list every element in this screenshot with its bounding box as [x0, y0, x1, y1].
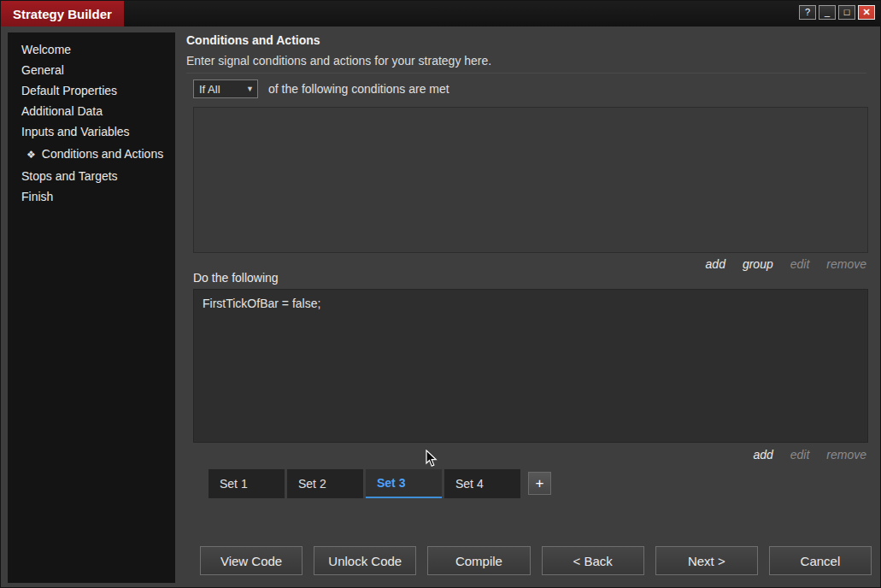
- add-set-button[interactable]: +: [528, 472, 551, 495]
- current-step-icon: ❖: [26, 149, 36, 161]
- page-subtitle: Enter signal conditions and actions for …: [186, 54, 491, 68]
- conditions-match-row: If All ▼ of the following conditions are…: [193, 79, 449, 98]
- help-button[interactable]: ?: [799, 5, 816, 20]
- mouse-cursor: [426, 450, 438, 467]
- footer-button-row: View Code Unlock Code Compile < Back Nex…: [200, 546, 872, 575]
- actions-add-link[interactable]: add: [753, 448, 772, 462]
- header-divider: [186, 73, 866, 74]
- sidebar-item-default-properties[interactable]: Default Properties: [8, 80, 175, 101]
- sidebar-item-stops-and-targets[interactable]: Stops and Targets: [8, 166, 175, 186]
- page-title: Conditions and Actions: [186, 33, 320, 47]
- close-button[interactable]: ✕: [858, 5, 875, 20]
- wizard-steps-sidebar: Welcome General Default Properties Addit…: [8, 32, 175, 583]
- minimize-button[interactable]: _: [819, 5, 836, 20]
- sidebar-item-label: Conditions and Actions: [42, 147, 163, 161]
- cancel-button[interactable]: Cancel: [769, 546, 872, 575]
- titlebar[interactable]: Strategy Builder ? _ □ ✕: [1, 1, 880, 26]
- conditions-edit-link: edit: [790, 257, 810, 271]
- conditions-link-row: add group edit remove: [706, 257, 866, 271]
- sidebar-item-inputs-and-variables[interactable]: Inputs and Variables: [8, 121, 175, 142]
- tab-set-1[interactable]: Set 1: [209, 469, 285, 498]
- sidebar-item-general[interactable]: General: [8, 60, 175, 80]
- sidebar-item-conditions-and-actions[interactable]: ❖Conditions and Actions: [8, 144, 175, 164]
- conditions-add-link[interactable]: add: [706, 257, 725, 271]
- unlock-code-button[interactable]: Unlock Code: [314, 546, 416, 575]
- window-controls: ? _ □ ✕: [799, 5, 875, 20]
- conditions-group-link[interactable]: group: [743, 257, 773, 271]
- sidebar-item-additional-data[interactable]: Additional Data: [8, 101, 175, 121]
- compile-button[interactable]: Compile: [427, 546, 530, 575]
- conditions-remove-link: remove: [826, 257, 866, 271]
- match-mode-select[interactable]: If All: [193, 79, 258, 98]
- actions-edit-link: edit: [790, 448, 810, 462]
- match-caption: of the following conditions are met: [268, 82, 449, 96]
- actions-link-row: add edit remove: [753, 448, 866, 462]
- actions-list-panel[interactable]: FirstTickOfBar = false;: [193, 289, 868, 443]
- view-code-button[interactable]: View Code: [200, 546, 302, 575]
- tab-set-4[interactable]: Set 4: [444, 469, 520, 498]
- window-title: Strategy Builder: [1, 1, 124, 26]
- action-list-item[interactable]: FirstTickOfBar = false;: [203, 297, 859, 310]
- sidebar-item-welcome[interactable]: Welcome: [8, 39, 175, 60]
- actions-remove-link: remove: [826, 448, 866, 462]
- tab-set-3[interactable]: Set 3: [366, 469, 442, 498]
- maximize-button[interactable]: □: [838, 5, 855, 20]
- match-mode-select-wrap: If All ▼: [193, 79, 258, 98]
- actions-label: Do the following: [193, 271, 279, 285]
- next-button[interactable]: Next >: [655, 546, 758, 575]
- strategy-builder-window: Strategy Builder ? _ □ ✕ Welcome General…: [0, 0, 881, 588]
- conditions-list-panel[interactable]: [193, 107, 868, 253]
- tab-set-2[interactable]: Set 2: [287, 469, 363, 498]
- set-tabs: Set 1 Set 2 Set 3 Set 4 +: [209, 469, 551, 499]
- sidebar-item-finish[interactable]: Finish: [8, 186, 175, 207]
- back-button[interactable]: < Back: [542, 546, 644, 575]
